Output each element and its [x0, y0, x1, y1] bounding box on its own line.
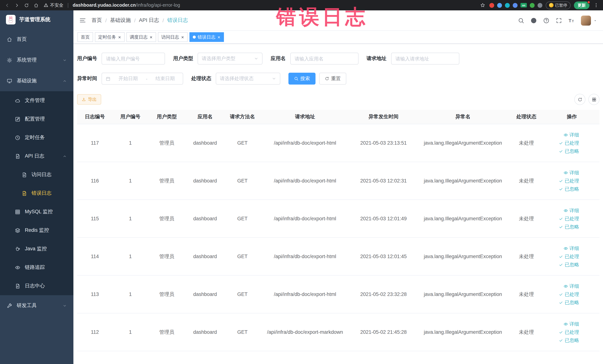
processed-link[interactable]: 已处理 — [546, 139, 579, 147]
search-button[interactable]: 搜索 — [289, 73, 315, 84]
sidebar-item-system-management[interactable]: 系统管理 — [0, 50, 73, 70]
font-size-icon[interactable]: TT — [568, 17, 575, 23]
search-icon[interactable] — [518, 17, 524, 23]
browser-update-button[interactable]: 更新 — [574, 1, 590, 9]
screen: 不安全 dashboard.yudao.iocoder.cn/infra/log… — [0, 0, 603, 364]
sidebar-item-scheduled-jobs[interactable]: 定时任务 — [0, 128, 73, 147]
breadcrumb-item: 错误日志 — [167, 17, 188, 24]
sidebar-item-label: 定时任务 — [25, 134, 45, 141]
start-date-placeholder: 开始日期 — [114, 75, 142, 82]
browser-home-button[interactable] — [33, 2, 39, 9]
breadcrumb-item[interactable]: 首页 — [92, 17, 102, 24]
detail-link[interactable]: 详细 — [546, 169, 579, 177]
request-url-input[interactable] — [391, 53, 459, 65]
extension-teal-circle-icon[interactable] — [505, 3, 510, 8]
document-icon — [15, 283, 20, 289]
ignored-link[interactable]: 已忽略 — [546, 223, 579, 231]
browser-forward-button[interactable] — [13, 2, 20, 9]
sidebar-item-home[interactable]: 首页 — [0, 29, 73, 50]
process-status-select[interactable]: 请选择处理状态 — [216, 73, 280, 84]
tab-label: 访问日志 — [161, 34, 179, 40]
sidebar-item-dev-tools[interactable]: 研发工具 — [0, 295, 73, 316]
breadcrumb-item[interactable]: API 日志 — [139, 17, 159, 24]
sidebar-item-java-monitor[interactable]: Java 监控 — [0, 240, 73, 258]
close-icon[interactable] — [150, 35, 153, 39]
user-type-select[interactable]: 请选择用户类型 — [197, 53, 263, 65]
date-range-picker[interactable]: 开始日期 - 结束日期 — [102, 73, 183, 84]
sidebar-item-api-log[interactable]: API 日志 — [0, 147, 73, 165]
ignored-link[interactable]: 已忽略 — [546, 260, 579, 269]
column-header: 处理状态 — [509, 110, 544, 124]
browser-reload-button[interactable] — [23, 2, 30, 9]
ignored-link[interactable]: 已忽略 — [546, 336, 579, 344]
sidebar-item-error-log[interactable]: 错误日志 — [0, 184, 73, 202]
extension-gray-puzzle-icon[interactable] — [538, 3, 542, 8]
fullscreen-icon[interactable] — [556, 17, 562, 23]
tab-access-log[interactable]: 访问日志 — [158, 32, 188, 42]
browser-back-button[interactable] — [4, 2, 10, 9]
address-bar[interactable]: dashboard.yudao.iocoder.cn/infra/log/api… — [73, 3, 180, 8]
sidebar-item-mysql-monitor[interactable]: MySQL 监控 — [0, 202, 73, 221]
processed-link[interactable]: 已处理 — [546, 214, 579, 223]
ignored-link[interactable]: 已忽略 — [546, 298, 579, 306]
refresh-table-button[interactable] — [574, 94, 585, 105]
processed-link[interactable]: 已处理 — [546, 290, 579, 298]
column-settings-button[interactable] — [588, 94, 600, 105]
url-domain: dashboard.yudao.iocoder.cn — [73, 3, 136, 8]
bookmark-star-icon[interactable] — [479, 2, 486, 9]
sidebar-item-link-tracing[interactable]: 链路追踪 — [0, 258, 73, 277]
detail-link[interactable]: 详细 — [546, 206, 579, 214]
sidebar-item-infrastructure[interactable]: 基础设施 — [0, 70, 73, 91]
app-name-input[interactable] — [290, 53, 358, 65]
detail-link[interactable]: 详细 — [546, 320, 579, 328]
sidebar-item-access-log[interactable]: 访问日志 — [0, 165, 73, 184]
user-avatar[interactable] — [581, 15, 597, 25]
close-icon[interactable] — [217, 35, 220, 39]
cell-id: 116 — [77, 162, 113, 200]
cell-actions: 详细已处理已忽略 — [544, 275, 600, 313]
eye-icon — [564, 208, 568, 213]
export-button[interactable]: 导出 — [77, 94, 101, 105]
cell-time: 2021-05-02 21:45:28 — [350, 313, 417, 351]
ignored-link[interactable]: 已忽略 — [546, 185, 579, 193]
site-security-chip[interactable]: 不安全 — [44, 2, 63, 8]
app-name-label: 应用名 — [271, 55, 286, 62]
ignored-link[interactable]: 已忽略 — [546, 147, 579, 155]
processed-link[interactable]: 已处理 — [546, 177, 579, 185]
sidebar-item-redis-monitor[interactable]: Redis 监控 — [0, 221, 73, 240]
layers-icon — [15, 227, 20, 233]
close-icon[interactable] — [181, 35, 184, 39]
extension-green-leaf-icon[interactable] — [530, 3, 534, 8]
github-icon[interactable] — [531, 17, 537, 23]
paused-badge[interactable]: 已暂停 — [546, 1, 570, 9]
processed-link[interactable]: 已处理 — [546, 252, 579, 260]
search-button-label: 搜索 — [300, 75, 310, 82]
reset-button[interactable]: 重置 — [319, 73, 346, 84]
sidebar-item-label: 文件管理 — [25, 97, 45, 104]
tab-job-log[interactable]: 调度日志 — [127, 32, 156, 42]
extension-blue-drop-icon[interactable] — [497, 3, 502, 8]
extension-red-circle-icon[interactable] — [489, 3, 494, 8]
table-row: 1131管理员dashboardGET/api/infra/db-doc/exp… — [77, 275, 600, 313]
hamburger-icon[interactable] — [79, 17, 86, 24]
app-logo[interactable]: 芋道管理系统 — [0, 10, 73, 29]
help-icon[interactable] — [543, 17, 549, 23]
processed-link[interactable]: 已处理 — [546, 328, 579, 336]
extension-on-badge-icon[interactable]: on — [521, 3, 527, 7]
detail-link[interactable]: 详细 — [546, 282, 579, 290]
sidebar-item-file-management[interactable]: 文件管理 — [0, 91, 73, 110]
check-icon — [559, 292, 563, 296]
tab-scheduled-jobs[interactable]: 定时任务 — [95, 32, 125, 42]
extension-blue-puzzle-icon[interactable] — [513, 3, 518, 8]
sidebar-item-log-center[interactable]: 日志中心 — [0, 277, 73, 295]
tab-home[interactable]: 首页 — [78, 32, 93, 42]
user-id-input[interactable] — [102, 53, 165, 65]
detail-link[interactable]: 详细 — [546, 244, 579, 252]
breadcrumb-item[interactable]: 基础设施 — [110, 17, 131, 24]
close-icon[interactable] — [118, 35, 121, 39]
browser-menu-icon[interactable] — [593, 2, 600, 9]
detail-link[interactable]: 详细 — [546, 131, 579, 139]
sidebar-item-config-management[interactable]: 配置管理 — [0, 110, 73, 128]
chevron-down-icon — [63, 58, 67, 62]
tab-error-log[interactable]: 错误日志 — [189, 32, 224, 42]
